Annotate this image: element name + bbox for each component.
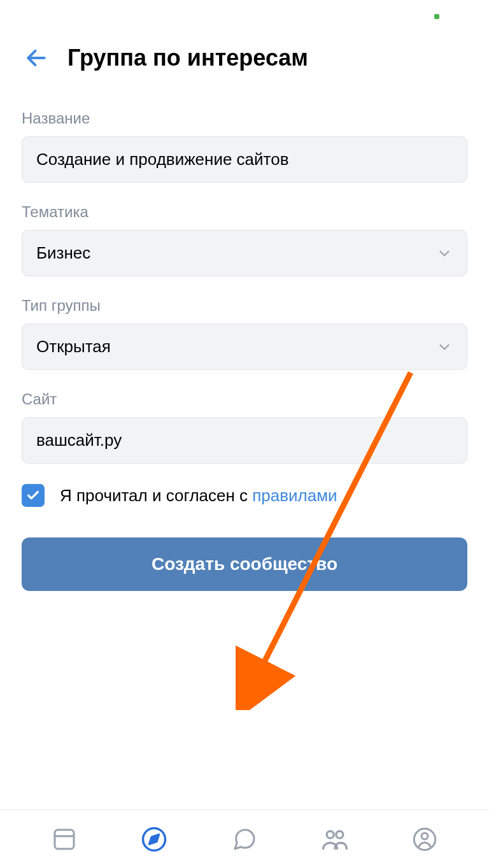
agreement-row: Я прочитал и согласен с правилами (22, 484, 467, 507)
bottom-nav (0, 809, 489, 868)
feed-icon (52, 827, 77, 852)
profile-icon (412, 827, 437, 852)
grouptype-label: Тип группы (22, 297, 467, 315)
check-icon (26, 488, 40, 502)
back-arrow-icon[interactable] (24, 46, 48, 70)
nav-friends[interactable] (316, 820, 354, 858)
name-value: Создание и продвижение сайтов (36, 150, 288, 169)
topic-select[interactable]: Бизнес (22, 230, 467, 276)
nav-discover[interactable] (135, 820, 173, 858)
site-field-group: Сайт вашсайт.ру (22, 390, 467, 464)
nav-profile[interactable] (406, 820, 444, 858)
svg-marker-6 (150, 834, 159, 844)
compass-icon (141, 826, 167, 853)
grouptype-value: Открытая (36, 337, 111, 357)
nav-feed[interactable] (45, 820, 83, 858)
site-input[interactable]: вашсайт.ру (22, 417, 467, 464)
create-community-button[interactable]: Создать сообщество (22, 537, 467, 591)
name-input[interactable]: Создание и продвижение сайтов (22, 136, 467, 183)
svg-point-7 (327, 831, 334, 838)
chevron-down-icon (436, 245, 453, 262)
site-label: Сайт (22, 390, 467, 408)
agreement-text-prefix: Я прочитал и согласен с (60, 486, 252, 505)
page-title: Группа по интересам (67, 45, 308, 71)
nav-messages[interactable] (225, 820, 264, 858)
rules-link[interactable]: правилами (252, 486, 337, 505)
name-label: Название (22, 110, 467, 127)
svg-point-10 (422, 833, 428, 839)
svg-point-8 (336, 831, 343, 838)
grouptype-field-group: Тип группы Открытая (22, 297, 467, 370)
topic-value: Бизнес (36, 243, 90, 263)
name-field-group: Название Создание и продвижение сайтов (22, 110, 467, 183)
agreement-label: Я прочитал и согласен с правилами (60, 486, 337, 506)
form-content: Название Создание и продвижение сайтов Т… (0, 90, 489, 591)
svg-rect-3 (55, 830, 74, 849)
header: Группа по интересам (0, 0, 489, 90)
site-value: вашсайт.ру (36, 430, 122, 450)
topic-field-group: Тематика Бизнес (22, 203, 467, 276)
chat-icon (232, 827, 257, 852)
topic-label: Тематика (22, 203, 467, 221)
people-icon (321, 825, 349, 853)
status-indicator (434, 14, 439, 19)
chevron-down-icon (436, 339, 453, 355)
grouptype-select[interactable]: Открытая (22, 324, 467, 370)
agreement-checkbox[interactable] (22, 484, 45, 507)
